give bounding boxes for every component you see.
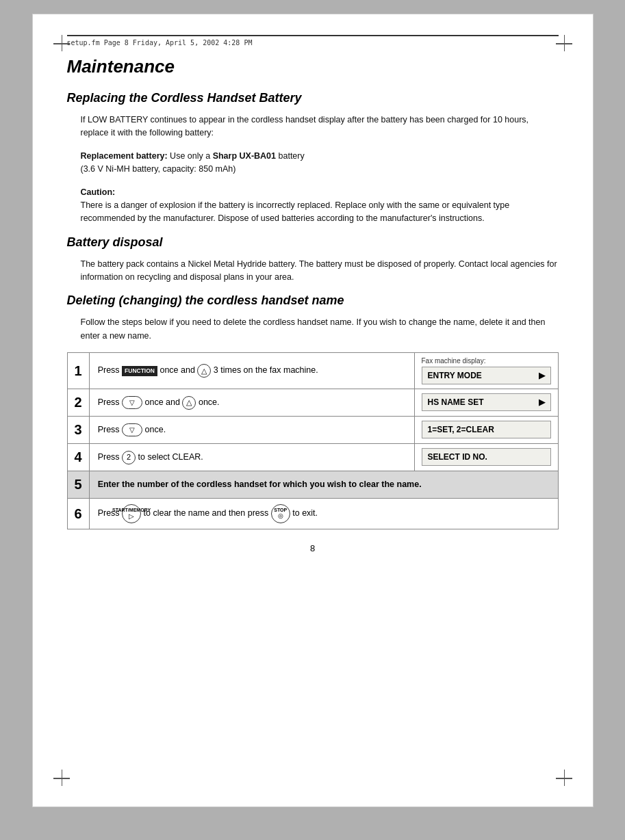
step-6-text: Press START/MEMORY ▷ to clear the name a… — [89, 499, 558, 529]
step-2-display: HS NAME SET ▶ — [414, 389, 558, 417]
step-2-text: Press ▽ once and △ once. — [89, 389, 414, 417]
display-text-1: ENTRY MODE — [428, 371, 482, 380]
step-1-text: Press FUNCTION once and △ 3 times on the… — [89, 353, 414, 389]
display-label-1: Fax machine display: — [422, 357, 551, 365]
steps-table: 1 Press FUNCTION once and △ 3 times on t… — [67, 352, 559, 529]
page-title: Maintenance — [67, 56, 559, 77]
section-1-para-3: Caution: There is a danger of explosion … — [81, 186, 559, 226]
page-number: 8 — [67, 543, 559, 553]
display-text-2: HS NAME SET — [428, 397, 484, 407]
step-1-row: 1 Press FUNCTION once and △ 3 times on t… — [67, 353, 558, 389]
step-6-row: 6 Press START/MEMORY ▷ to clear the name… — [67, 499, 558, 529]
step-3-display: 1=SET, 2=CLEAR — [414, 417, 558, 444]
step-3-num: 3 — [67, 417, 89, 444]
down-btn-3: ▽ — [122, 423, 142, 437]
display-text-3: 1=SET, 2=CLEAR — [428, 425, 494, 434]
file-info: setup.fm Page 8 Friday, April 5, 2002 4:… — [67, 39, 559, 47]
display-arrow-1: ▶ — [539, 371, 545, 380]
step-6-num: 6 — [67, 499, 89, 529]
section-1-title: Replacing the Cordless Handset Battery — [67, 91, 559, 105]
down-btn-2: ▽ — [122, 396, 142, 410]
display-box-2: HS NAME SET ▶ — [422, 393, 551, 411]
page-wrapper: setup.fm Page 8 Friday, April 5, 2002 4:… — [32, 14, 594, 807]
step-4-num: 4 — [67, 444, 89, 471]
step-4-display: SELECT ID NO. — [414, 444, 558, 471]
section-3-title: Deleting (changing) the cordless handset… — [67, 293, 559, 308]
step-5-num: 5 — [67, 471, 89, 499]
display-box-3: 1=SET, 2=CLEAR — [422, 421, 551, 438]
step-1-num: 1 — [67, 353, 89, 389]
step-3-text: Press ▽ once. — [89, 417, 414, 444]
section-2-para-1: The battery pack contains a Nickel Metal… — [81, 258, 559, 285]
up-arrow-btn-1: △ — [197, 364, 211, 378]
step-5-text: Enter the number of the cordless handset… — [89, 471, 558, 499]
crosshair-br — [556, 770, 572, 786]
display-box-4: SELECT ID NO. — [422, 448, 551, 466]
page-content: Maintenance Replacing the Cordless Hands… — [67, 56, 559, 529]
section-3-intro: Follow the steps below if you need to de… — [81, 316, 559, 343]
step-4-row: 4 Press 2 to select CLEAR. SELECT ID NO. — [67, 444, 558, 471]
function-badge: FUNCTION — [122, 366, 157, 376]
up-arrow-btn-2: △ — [182, 396, 196, 410]
step-3-row: 3 Press ▽ once. 1=SET, 2=CLEAR — [67, 417, 558, 444]
section-1-para-1: If LOW BATTERY continues to appear in th… — [81, 114, 559, 140]
stop-btn: STOP ◎ — [271, 504, 290, 523]
step-4-text: Press 2 to select CLEAR. — [89, 444, 414, 471]
crosshair-tr — [556, 35, 572, 51]
display-arrow-2: ▶ — [539, 397, 545, 407]
step-1-display: Fax machine display: ENTRY MODE ▶ — [414, 353, 558, 389]
crosshair-tl — [53, 35, 70, 51]
step-2-num: 2 — [67, 389, 89, 417]
crosshair-bl — [53, 770, 70, 786]
step-5-row: 5 Enter the number of the cordless hands… — [67, 471, 558, 499]
num-2-btn: 2 — [122, 451, 136, 464]
start-memory-btn: START/MEMORY ▷ — [122, 504, 141, 523]
header-rule — [67, 35, 559, 36]
step-2-row: 2 Press ▽ once and △ once. HS NAME SET ▶ — [67, 389, 558, 417]
display-box-1: ENTRY MODE ▶ — [422, 367, 551, 384]
section-1-para-2: Replacement battery: Use only a Sharp UX… — [81, 150, 559, 176]
section-2-title: Battery disposal — [67, 235, 559, 250]
display-text-4: SELECT ID NO. — [428, 452, 487, 462]
